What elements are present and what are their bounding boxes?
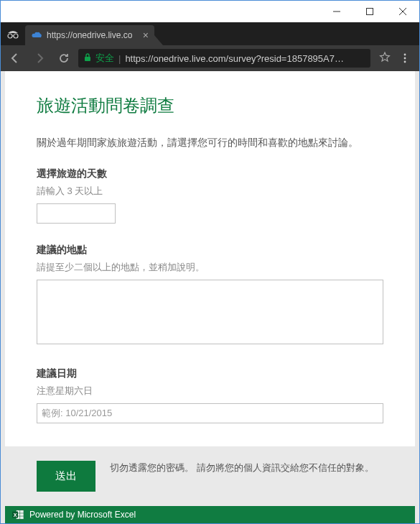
field-place: 建議的地點 請提至少二個以上的地點，並稍加說明。 [37,244,383,347]
forward-button[interactable] [29,48,50,68]
svg-point-5 [14,34,18,38]
url-text: https://onedrive.live.com/survey?resid=1… [125,53,344,64]
browser-window: https://onedrive.live.co × 安全 | https://… [0,0,420,524]
incognito-icon [1,22,25,45]
submit-button[interactable]: 送出 [37,461,95,492]
address-bar: 安全 | https://onedrive.live.com/survey?re… [1,45,419,71]
svg-point-9 [404,61,406,63]
browser-tab[interactable]: https://onedrive.live.co × [25,25,154,45]
place-label: 建議的地點 [37,244,383,257]
field-date: 建議日期 注意星期六日 [37,367,383,423]
tab-edge [154,35,163,45]
reload-button[interactable] [54,48,74,68]
back-button[interactable] [5,48,25,68]
date-label: 建議日期 [37,367,383,380]
svg-point-4 [8,34,12,38]
tab-close-icon[interactable]: × [139,29,149,41]
svg-point-7 [404,54,406,56]
date-input[interactable] [37,403,383,423]
powered-by-bar: X Powered by Microsoft Excel [5,506,415,523]
survey-footer: 送出 切勿透露您的密碼。 請勿將您的個人資訊交給您不信任的對象。 [5,446,415,506]
days-label: 選擇旅遊的天數 [37,167,383,180]
close-button[interactable] [386,1,419,22]
survey-description: 關於過年期間家族旅遊活動，請選擇您可行的時間和喜歡的地點來討論。 [37,134,383,152]
survey-page: 旅遊活動問卷調查 關於過年期間家族旅遊活動，請選擇您可行的時間和喜歡的地點來討論… [5,71,415,523]
svg-point-8 [404,58,406,60]
onedrive-favicon-icon [31,29,42,41]
omnibox[interactable]: 安全 | https://onedrive.live.com/survey?re… [78,49,370,68]
privacy-warning: 切勿透露您的密碼。 請勿將您的個人資訊交給您不信任的對象。 [110,461,383,476]
svg-rect-6 [85,57,90,61]
svg-text:X: X [14,512,17,518]
viewport: 旅遊活動問卷調查 關於過年期間家族旅遊活動，請選擇您可行的時間和喜歡的地點來討論… [1,71,419,523]
place-hint: 請提至少二個以上的地點，並稍加說明。 [37,261,383,274]
date-hint: 注意星期六日 [37,385,383,397]
place-textarea[interactable] [37,280,383,344]
days-hint: 請輸入 3 天以上 [37,185,383,198]
maximize-button[interactable] [353,1,386,22]
separator: | [118,53,121,64]
tab-title: https://onedrive.live.co [47,30,139,40]
secure-label: 安全 [95,52,114,65]
excel-icon: X [12,510,24,520]
powered-by-text: Powered by Microsoft Excel [29,510,136,520]
menu-button[interactable] [395,48,415,68]
survey-title: 旅遊活動問卷調查 [37,94,383,117]
days-input[interactable] [37,203,116,224]
minimize-button[interactable] [320,1,353,22]
tab-strip: https://onedrive.live.co × [1,22,419,45]
field-days: 選擇旅遊的天數 請輸入 3 天以上 [37,167,383,224]
window-titlebar [1,1,419,22]
lock-icon [84,53,91,64]
bookmark-star-icon[interactable] [379,51,391,65]
svg-rect-1 [367,9,373,15]
survey-content: 旅遊活動問卷調查 關於過年期間家族旅遊活動，請選擇您可行的時間和喜歡的地點來討論… [5,81,415,446]
